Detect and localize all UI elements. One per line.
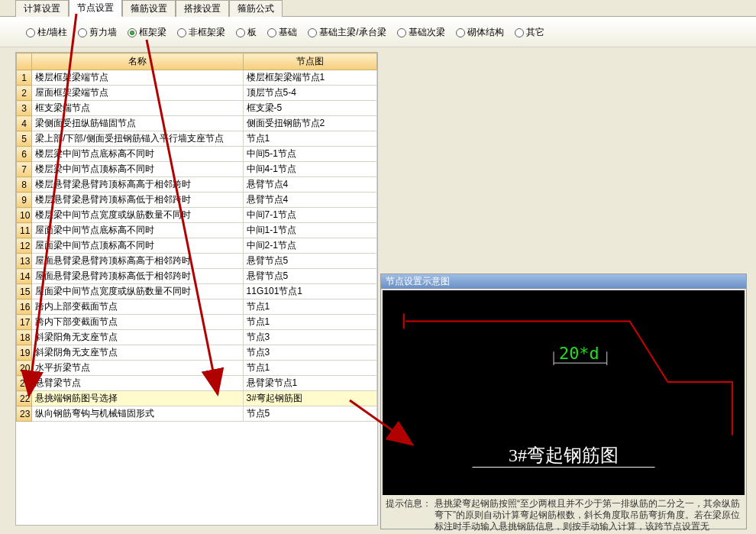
cell-name[interactable]: 屋面悬臂梁悬臂跨顶标高高于相邻跨时	[32, 254, 244, 269]
cell-node[interactable]: 悬臂节点4	[243, 177, 376, 193]
table-row[interactable]: 12屋面梁中间节点顶标高不同时中间2-1节点	[17, 238, 377, 254]
radio-circle-icon	[456, 28, 465, 37]
tab-calc-settings[interactable]: 计算设置	[15, 0, 69, 17]
cell-name[interactable]: 屋面框架梁端节点	[32, 86, 244, 101]
cell-node[interactable]: 框支梁-5	[243, 101, 376, 116]
radio-非框架梁[interactable]: 非框架梁	[177, 26, 225, 39]
cell-node[interactable]: 中间1-1节点	[243, 223, 376, 238]
cell-name[interactable]: 屋面悬臂梁悬臂跨顶标高低于相邻跨时	[32, 269, 244, 284]
cell-name[interactable]: 楼层悬臂梁悬臂跨顶标高低于相邻跨时	[32, 193, 244, 208]
cell-node[interactable]: 节点3	[243, 345, 376, 361]
radio-label: 基础主梁/承台梁	[319, 26, 386, 39]
cell-node[interactable]: 中间4-1节点	[243, 162, 376, 177]
col-header-node[interactable]: 节点图	[243, 53, 376, 70]
table-row[interactable]: 15屋面梁中间节点宽度或纵筋数量不同时11G101节点1	[17, 284, 377, 299]
tab-lap-settings[interactable]: 搭接设置	[176, 0, 229, 17]
cell-node[interactable]: 节点3	[243, 330, 376, 345]
radio-砌体结构[interactable]: 砌体结构	[456, 26, 504, 39]
dim-label: 20*d	[559, 344, 599, 363]
cell-node[interactable]: 楼层框架梁端节点1	[243, 70, 376, 86]
cell-name[interactable]: 跨内上部变截面节点	[32, 299, 244, 315]
row-number: 8	[17, 177, 32, 193]
cell-node[interactable]: 顶层节点5-4	[243, 86, 376, 101]
radio-剪力墙[interactable]: 剪力墙	[78, 26, 117, 39]
table-row[interactable]: 8楼层悬臂梁悬臂跨顶标高高于相邻跨时悬臂节点4	[17, 177, 377, 193]
radio-柱/墙柱[interactable]: 柱/墙柱	[26, 26, 67, 39]
radio-基础[interactable]: 基础	[267, 26, 297, 39]
radio-label: 基础次梁	[409, 26, 445, 39]
cell-name[interactable]: 楼层梁中间节点顶标高不同时	[32, 162, 244, 177]
table-row[interactable]: 22悬挑端钢筋图号选择3#弯起钢筋图	[17, 391, 377, 406]
row-number: 3	[17, 101, 32, 116]
cell-node[interactable]: 3#弯起钢筋图	[243, 391, 376, 406]
row-number: 16	[17, 299, 32, 315]
radio-板[interactable]: 板	[236, 26, 257, 39]
cell-name[interactable]: 斜梁阴角无支座节点	[32, 345, 244, 361]
cell-name[interactable]: 屋面梁中间节点宽度或纵筋数量不同时	[32, 284, 244, 299]
table-row[interactable]: 13屋面悬臂梁悬臂跨顶标高高于相邻跨时悬臂节点5	[17, 254, 377, 269]
table-row[interactable]: 7楼层梁中间节点顶标高不同时中间4-1节点	[17, 162, 377, 177]
table-row[interactable]: 21悬臂梁节点悬臂梁节点1	[17, 376, 377, 391]
cell-node[interactable]: 节点1	[243, 315, 376, 330]
cell-node[interactable]: 悬臂节点4	[243, 193, 376, 208]
radio-框架梁[interactable]: 框架梁	[128, 26, 166, 39]
radio-label: 柱/墙柱	[37, 26, 67, 39]
table-row[interactable]: 6楼层梁中间节点底标高不同时中间5-1节点	[17, 147, 377, 162]
cell-node[interactable]: 节点1	[243, 361, 376, 376]
cell-name[interactable]: 悬挑端钢筋图号选择	[32, 391, 244, 406]
row-number: 21	[17, 376, 32, 391]
cell-name[interactable]: 跨内下部变截面节点	[32, 315, 244, 330]
table-row[interactable]: 14屋面悬臂梁悬臂跨顶标高低于相邻跨时悬臂节点5	[17, 269, 377, 284]
table-row[interactable]: 18斜梁阳角无支座节点节点3	[17, 330, 377, 345]
cell-name[interactable]: 梁侧面受扭纵筋锚固节点	[32, 116, 244, 131]
radio-基础主梁/承台梁[interactable]: 基础主梁/承台梁	[308, 26, 386, 39]
cell-node[interactable]: 侧面受扭钢筋节点2	[243, 116, 376, 131]
table-row[interactable]: 9楼层悬臂梁悬臂跨顶标高低于相邻跨时悬臂节点4	[17, 193, 377, 208]
tab-node-settings[interactable]: 节点设置	[69, 0, 122, 17]
cell-node[interactable]: 节点1	[243, 131, 376, 147]
table-row[interactable]: 2屋面框架梁端节点顶层节点5-4	[17, 86, 377, 101]
table-row[interactable]: 4梁侧面受扭纵筋锚固节点侧面受扭钢筋节点2	[17, 116, 377, 131]
preview-note: 提示信息： 悬挑梁弯起钢筋按照“至少两根且并不少于第一排纵筋的二分之一，其余纵筋…	[381, 497, 746, 534]
table-row[interactable]: 10楼层梁中间节点宽度或纵筋数量不同时中间7-1节点	[17, 208, 377, 223]
table-row[interactable]: 5梁上部/下部/侧面受扭钢筋锚入平行墙支座节点节点1	[17, 131, 377, 147]
cell-node[interactable]: 悬臂节点5	[243, 254, 376, 269]
cell-node[interactable]: 中间7-1节点	[243, 208, 376, 223]
cell-node[interactable]: 悬臂梁节点1	[243, 376, 376, 391]
table-row[interactable]: 19斜梁阴角无支座节点节点3	[17, 345, 377, 361]
cell-name[interactable]: 楼层梁中间节点宽度或纵筋数量不同时	[32, 208, 244, 223]
cell-node[interactable]: 11G101节点1	[243, 284, 376, 299]
col-header-num	[17, 53, 32, 70]
tab-stirrup-settings[interactable]: 箍筋设置	[122, 0, 176, 17]
cell-name[interactable]: 楼层梁中间节点底标高不同时	[32, 147, 244, 162]
cell-name[interactable]: 楼层悬臂梁悬臂跨顶标高高于相邻跨时	[32, 177, 244, 193]
table-row[interactable]: 20水平折梁节点节点1	[17, 361, 377, 376]
cell-node[interactable]: 悬臂节点5	[243, 269, 376, 284]
cell-name[interactable]: 水平折梁节点	[32, 361, 244, 376]
radio-其它[interactable]: 其它	[515, 26, 544, 39]
cell-name[interactable]: 悬臂梁节点	[32, 376, 244, 391]
tab-stirrup-formula[interactable]: 箍筋公式	[229, 0, 283, 17]
cell-node[interactable]: 节点5	[243, 406, 376, 422]
node-table-container: 名称 节点图 1楼层框架梁端节点楼层框架梁端节点12屋面框架梁端节点顶层节点5-…	[15, 52, 378, 526]
radio-circle-icon	[128, 28, 137, 37]
radio-基础次梁[interactable]: 基础次梁	[397, 26, 445, 39]
table-row[interactable]: 3框支梁端节点框支梁-5	[17, 101, 377, 116]
cell-name[interactable]: 屋面梁中间节点底标高不同时	[32, 223, 244, 238]
cell-name[interactable]: 纵向钢筋弯钩与机械锚固形式	[32, 406, 244, 422]
table-row[interactable]: 1楼层框架梁端节点楼层框架梁端节点1	[17, 70, 377, 86]
rebar-polyline	[405, 321, 732, 435]
table-row[interactable]: 23纵向钢筋弯钩与机械锚固形式节点5	[17, 406, 377, 422]
cell-node[interactable]: 中间2-1节点	[243, 238, 376, 254]
cell-name[interactable]: 框支梁端节点	[32, 101, 244, 116]
cell-name[interactable]: 梁上部/下部/侧面受扭钢筋锚入平行墙支座节点	[32, 131, 244, 147]
table-row[interactable]: 16跨内上部变截面节点节点1	[17, 299, 377, 315]
cell-name[interactable]: 屋面梁中间节点顶标高不同时	[32, 238, 244, 254]
table-row[interactable]: 17跨内下部变截面节点节点1	[17, 315, 377, 330]
cell-node[interactable]: 节点1	[243, 299, 376, 315]
col-header-name[interactable]: 名称	[32, 53, 244, 70]
table-row[interactable]: 11屋面梁中间节点底标高不同时中间1-1节点	[17, 223, 377, 238]
cell-name[interactable]: 楼层框架梁端节点	[32, 70, 244, 86]
cell-name[interactable]: 斜梁阳角无支座节点	[32, 330, 244, 345]
cell-node[interactable]: 中间5-1节点	[243, 147, 376, 162]
